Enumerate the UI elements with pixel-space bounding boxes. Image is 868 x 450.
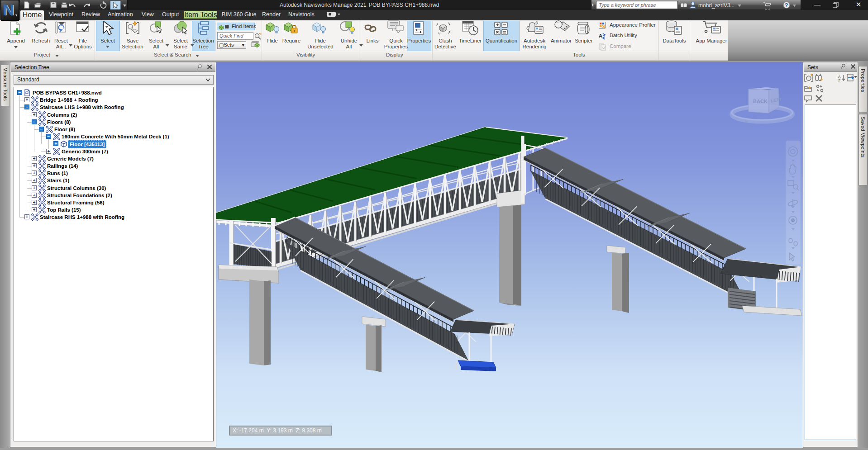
svg-text:N: N (3, 2, 14, 18)
svg-text:X: -17.204 m Y: 3.193 m Z: 8: X: -17.204 m Y: 3.193 m Z: 8.308 m (233, 427, 322, 434)
svg-text:mohd_azriVJ...: mohd_azriVJ... (698, 2, 734, 9)
svg-text:?: ? (785, 2, 788, 9)
svg-text:A: A (599, 33, 602, 38)
svg-text:BACK: BACK (753, 99, 768, 104)
svg-text:Z: Z (838, 78, 840, 82)
